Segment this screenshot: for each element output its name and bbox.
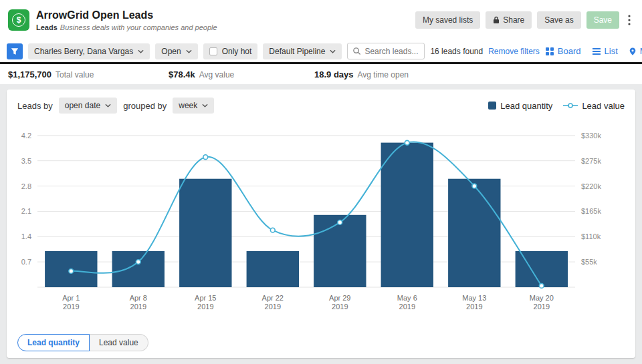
chevron-down-icon xyxy=(138,49,144,53)
my-saved-lists-button[interactable]: My saved lists xyxy=(415,11,480,29)
line-marker[interactable] xyxy=(472,184,477,188)
bar[interactable] xyxy=(247,251,299,287)
search-input[interactable] xyxy=(364,47,419,56)
bar[interactable] xyxy=(448,179,500,287)
left-axis-tick: 4.2 xyxy=(21,132,31,140)
search-field[interactable] xyxy=(347,43,425,59)
line-marker[interactable] xyxy=(405,140,409,145)
results-count: 16 leads found xyxy=(430,47,483,56)
x-axis-label: May 13 xyxy=(462,294,486,302)
line-marker[interactable] xyxy=(136,260,140,264)
legend-label: Lead value xyxy=(582,101,625,111)
filter-icon[interactable] xyxy=(7,43,23,59)
tab-lead-value[interactable]: Lead value xyxy=(90,334,148,351)
right-axis-tick: $55k xyxy=(581,258,597,266)
x-axis-year: 2019 xyxy=(466,303,482,311)
x-axis-label: Apr 1 xyxy=(62,294,80,302)
chart-footer: Lead quantity Lead value xyxy=(7,329,635,359)
chevron-down-icon xyxy=(202,104,208,108)
main-area: Leads by open date grouped by week Lead … xyxy=(0,84,642,362)
leads-by-value: open date xyxy=(65,101,100,110)
view-list[interactable]: List xyxy=(592,46,618,56)
subtitle-text: Business deals with your companies and p… xyxy=(60,23,217,31)
view-board[interactable]: Board xyxy=(545,46,581,56)
stat-value: $78.4k xyxy=(169,69,195,79)
app-header: ArrowGrid Open Leads LeadsBusiness deals… xyxy=(0,0,642,40)
right-axis-tick: $330k xyxy=(581,132,601,140)
bar[interactable] xyxy=(381,143,433,287)
line-marker[interactable] xyxy=(338,220,342,225)
bar[interactable] xyxy=(112,251,165,287)
save-as-button[interactable]: Save as xyxy=(537,11,580,29)
stat-avg-time-open: 18.9 days Avg time open xyxy=(314,69,409,79)
x-axis-label: Apr 22 xyxy=(262,294,284,302)
lock-icon xyxy=(493,16,500,24)
right-axis-tick: $110k xyxy=(581,232,601,240)
owner-filter-dropdown[interactable]: Charles Berry, Dana Vargas xyxy=(28,43,150,59)
legend-lead-value: Lead value xyxy=(563,101,625,111)
filter-toolbar: Charles Berry, Dana Vargas Open Only hot… xyxy=(0,40,642,64)
left-axis-tick: 1.4 xyxy=(21,232,31,240)
pipeline-filter-value: Default Pipeline xyxy=(269,47,325,56)
chart-controls: Leads by open date grouped by week Lead … xyxy=(7,89,635,118)
x-axis-year: 2019 xyxy=(534,303,550,311)
right-axis-tick: $165k xyxy=(581,207,601,215)
chevron-down-icon xyxy=(186,49,192,53)
legend-square-icon xyxy=(488,102,496,110)
more-options-icon[interactable] xyxy=(625,13,634,27)
left-axis-tick: 0.7 xyxy=(21,258,31,266)
chevron-down-icon xyxy=(330,49,336,53)
only-hot-label: Only hot xyxy=(222,47,252,56)
right-axis-tick: $275k xyxy=(581,157,601,165)
chart-svg: 0.7$55k1.4$110k2.1$165k2.8$220k3.5$275k4… xyxy=(7,118,614,326)
status-filter-value: Open xyxy=(161,47,181,56)
list-icon xyxy=(592,47,601,55)
pipeline-filter-dropdown[interactable]: Default Pipeline xyxy=(263,43,342,59)
status-filter-dropdown[interactable]: Open xyxy=(155,43,197,59)
x-axis-year: 2019 xyxy=(332,303,348,311)
line-marker[interactable] xyxy=(270,228,275,232)
summary-stats-bar: $1,175,700 Total value $78.4k Avg value … xyxy=(0,64,642,84)
x-axis-year: 2019 xyxy=(63,303,79,311)
grouped-by-value: week xyxy=(179,101,197,110)
x-axis-year: 2019 xyxy=(197,303,213,311)
board-icon xyxy=(545,47,554,56)
only-hot-checkbox[interactable] xyxy=(209,47,217,55)
only-hot-toggle[interactable]: Only hot xyxy=(203,43,258,59)
chevron-down-icon xyxy=(105,104,111,108)
bar[interactable] xyxy=(179,179,231,287)
metric-tabs: Lead quantity Lead value xyxy=(17,334,148,351)
legend-label: Lead quantity xyxy=(500,101,552,111)
stat-value: $1,175,700 xyxy=(8,69,51,79)
x-axis-year: 2019 xyxy=(265,303,281,311)
leads-by-dropdown[interactable]: open date xyxy=(59,98,117,114)
x-axis-label: Apr 29 xyxy=(329,294,350,302)
view-map[interactable]: Map xyxy=(629,46,642,56)
map-pin-icon xyxy=(629,47,637,56)
chart-card: Leads by open date grouped by week Lead … xyxy=(7,89,635,358)
line-marker[interactable] xyxy=(69,269,74,274)
stat-avg-value: $78.4k Avg value xyxy=(169,69,314,79)
leads-by-label: Leads by xyxy=(17,101,53,111)
x-axis-year: 2019 xyxy=(399,303,415,311)
dollar-icon xyxy=(12,13,25,27)
right-axis-tick: $220k xyxy=(581,182,601,190)
tab-lead-quantity[interactable]: Lead quantity xyxy=(17,334,90,351)
page-title: ArrowGrid Open Leads xyxy=(36,9,217,21)
brand: ArrowGrid Open Leads LeadsBusiness deals… xyxy=(8,9,217,31)
line-marker[interactable] xyxy=(539,284,544,289)
chart-area: 0.7$55k1.4$110k2.1$165k2.8$220k3.5$275k4… xyxy=(7,118,635,329)
legend-lead-quantity: Lead quantity xyxy=(488,101,552,111)
bar[interactable] xyxy=(314,215,366,287)
save-button[interactable]: Save xyxy=(586,11,619,29)
share-label: Share xyxy=(503,15,524,25)
left-axis-tick: 2.1 xyxy=(21,207,31,215)
stat-value: 18.9 days xyxy=(314,69,354,79)
search-icon xyxy=(352,47,361,55)
stat-label: Total value xyxy=(56,70,94,79)
stat-label: Avg value xyxy=(199,70,234,79)
line-marker[interactable] xyxy=(203,155,208,160)
remove-filters-link[interactable]: Remove filters xyxy=(488,47,540,56)
grouped-by-dropdown[interactable]: week xyxy=(173,98,214,114)
share-button[interactable]: Share xyxy=(486,11,532,29)
